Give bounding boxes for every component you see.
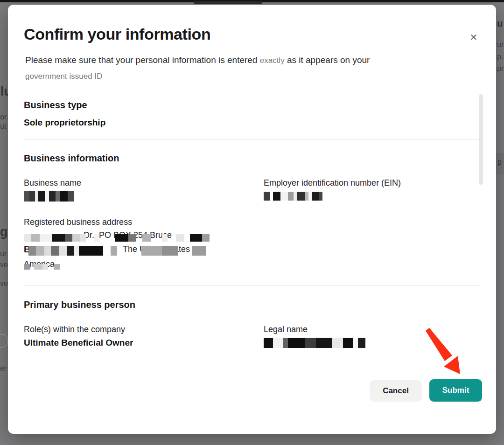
subtitle-text-2: as it appears on your [285, 55, 370, 65]
background-page-bar [194, 1, 262, 4]
close-icon: ✕ [470, 32, 478, 42]
close-button[interactable]: ✕ [465, 29, 482, 46]
redacted-address-line-3: America [24, 259, 69, 272]
submit-button[interactable]: Submit [429, 379, 482, 402]
background-text-fragment: ve [0, 280, 8, 287]
subtitle-line2: government issued ID [25, 69, 370, 84]
redacted-address-line-1: Dr., PO BOX 254 Bruce [24, 230, 224, 243]
section-heading-business-type: Business type [24, 100, 87, 111]
subtitle-text-1: Please make sure that your personal info… [25, 55, 260, 65]
field-label-legal-name: Legal name [264, 325, 308, 334]
confirm-information-dialog: Confirm your information ✕ Please make s… [8, 5, 496, 434]
business-type-value: Sole proprietorship [24, 118, 105, 128]
background-text-fragment: ut [0, 123, 6, 130]
dialog-subtitle: Please make sure that your personal info… [25, 52, 370, 84]
redaction-mosaic [24, 234, 224, 242]
redaction-mosaic [24, 246, 227, 256]
modal-scrollbar-thumb[interactable] [479, 94, 483, 185]
section-heading-primary-person: Primary business person [24, 299, 135, 310]
redacted-address-line-2: B The United States o [24, 244, 227, 257]
field-label-ein: Employer identification number (EIN) [264, 178, 401, 188]
background-text-fragment: p [497, 159, 502, 166]
dialog-title: Confirm your information [24, 25, 210, 43]
annotation-arrow [420, 325, 471, 381]
section-heading-business-information: Business information [24, 153, 119, 164]
section-divider [24, 285, 480, 285]
field-label-business-name: Business name [24, 178, 81, 188]
redacted-ein-value [264, 192, 325, 201]
redacted-business-name-value [24, 191, 74, 202]
background-text-fragment: pr [497, 65, 504, 72]
role-value: Ultimate Beneficial Owner [24, 338, 133, 348]
background-text-fragment: er [0, 365, 7, 372]
background-text-fragment: ve [0, 261, 8, 269]
background-radio-circle [0, 334, 8, 348]
redaction-mosaic [24, 264, 69, 270]
background-text-fragment: p. [497, 53, 503, 61]
redacted-legal-name-value [264, 338, 365, 348]
cancel-button[interactable]: Cancel [370, 380, 422, 402]
background-text-fragment: u [497, 19, 503, 28]
background-text-fragment: ur [497, 41, 504, 49]
field-label-roles: Role(s) within the company [24, 325, 125, 334]
section-divider [24, 139, 480, 139]
background-text-fragment: ur [0, 250, 7, 257]
background-text-fragment: or [0, 113, 7, 121]
subtitle-emphasis: exactly [260, 56, 285, 65]
field-label-registered-address: Registered business address [24, 217, 132, 227]
background-divider [0, 155, 8, 155]
